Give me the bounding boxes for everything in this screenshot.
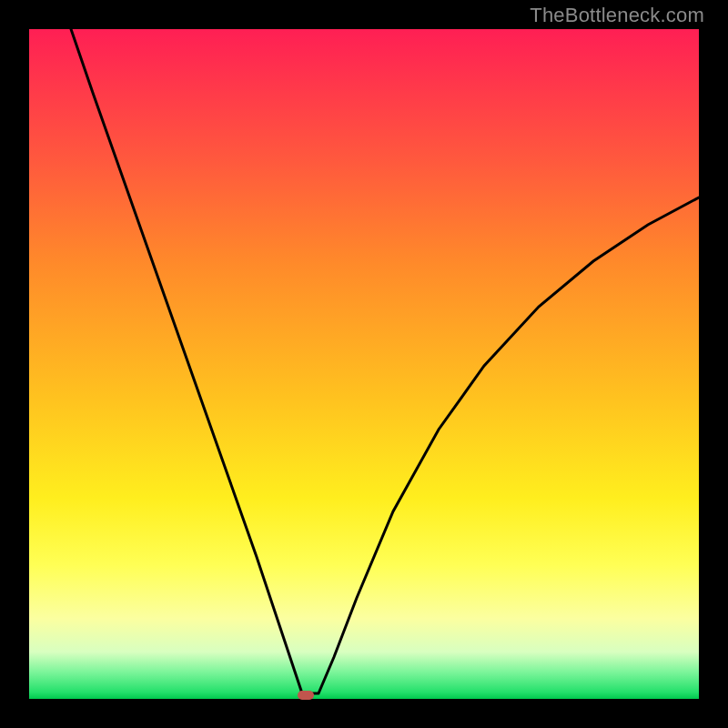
chart-frame: TheBottleneck.com bbox=[0, 0, 728, 728]
attribution-text: TheBottleneck.com bbox=[530, 4, 704, 27]
curve-path bbox=[71, 29, 699, 693]
optimal-point-marker bbox=[298, 691, 314, 700]
bottleneck-curve bbox=[29, 29, 699, 699]
